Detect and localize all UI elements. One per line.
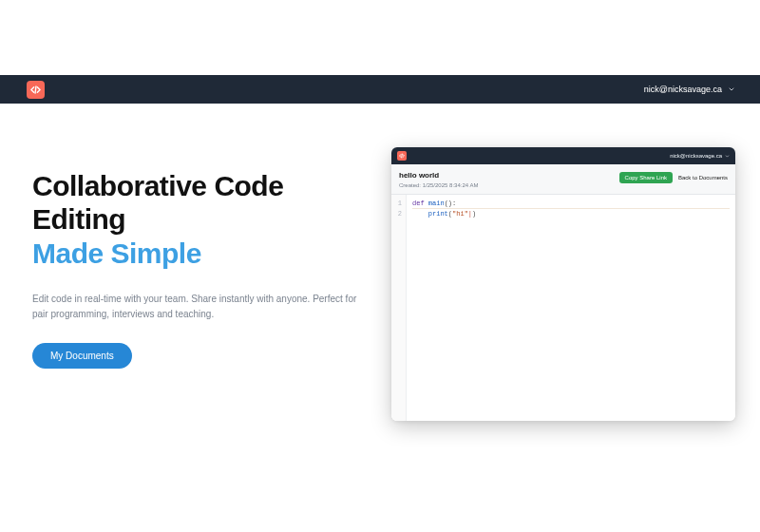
code-line: def main():: [412, 199, 730, 209]
line-number: 2: [391, 209, 406, 219]
preview-user-menu[interactable]: nick@nicksavage.ca: [670, 153, 730, 159]
navbar: nick@nicksavage.ca: [0, 75, 760, 104]
hero-section: Collaborative Code Editing Made Simple E…: [32, 169, 374, 369]
user-email: nick@nicksavage.ca: [644, 85, 722, 94]
hero-title-line1: Collaborative Code: [32, 170, 283, 201]
hero-title: Collaborative Code Editing Made Simple: [32, 169, 374, 270]
preview-user-email: nick@nicksavage.ca: [670, 153, 722, 159]
preview-card: nick@nicksavage.ca hello world Created: …: [391, 147, 735, 421]
code-line: print("hi"|): [412, 209, 730, 219]
back-to-documents-link[interactable]: Back to Documents: [678, 175, 728, 180]
hero-title-accent: Made Simple: [32, 237, 374, 270]
document-title: hello world: [399, 171, 478, 180]
preview-app-logo[interactable]: [397, 151, 407, 161]
code-icon: [399, 153, 405, 159]
copy-share-link-button[interactable]: Copy Share Link: [619, 172, 673, 183]
chevron-down-icon: [728, 86, 735, 93]
app-logo[interactable]: [27, 81, 45, 99]
chevron-down-icon: [725, 154, 730, 159]
user-menu[interactable]: nick@nicksavage.ca: [644, 85, 735, 94]
hero-subtitle: Edit code in real-time with your team. S…: [32, 292, 365, 321]
hero-title-line2: Editing: [32, 203, 125, 235]
document-created: Created: 1/25/2025 8:34:24 AM: [399, 182, 478, 188]
my-documents-button[interactable]: My Documents: [32, 343, 132, 369]
code-editor[interactable]: 1 2 def main(): print("hi"|): [391, 195, 735, 421]
code-area[interactable]: def main(): print("hi"|): [407, 195, 735, 421]
line-number-gutter: 1 2: [391, 195, 407, 421]
preview-navbar: nick@nicksavage.ca: [391, 147, 735, 164]
code-icon: [30, 85, 41, 95]
preview-header: hello world Created: 1/25/2025 8:34:24 A…: [391, 164, 735, 195]
line-number: 1: [391, 199, 406, 209]
